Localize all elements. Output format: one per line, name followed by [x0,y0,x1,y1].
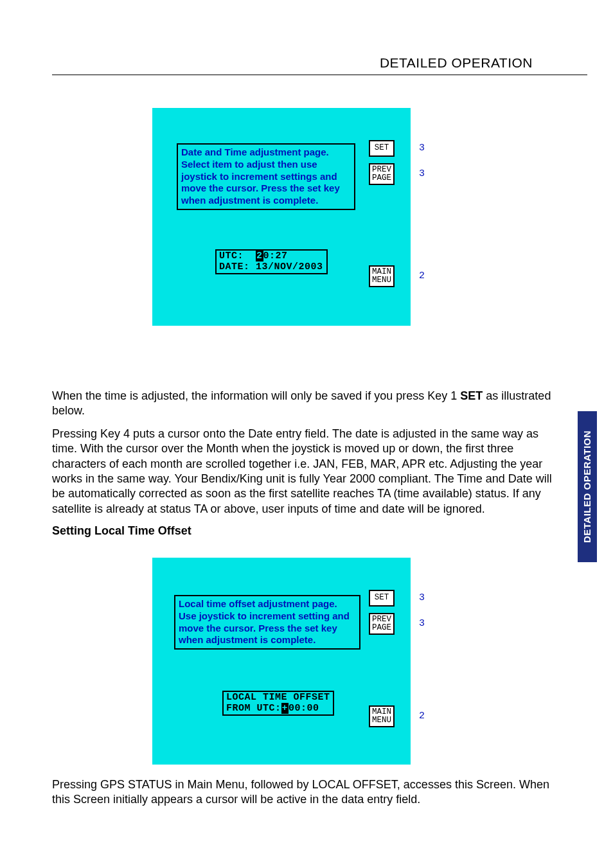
offset-line1: LOCAL TIME OFFSET [226,693,330,704]
keynum-prev-2: 3 [419,618,425,629]
body-content-2: Pressing GPS STATUS in Main Menu, follow… [52,777,552,815]
main-line2-2: MENU [370,716,393,725]
section-heading: Setting Local Time Offset [52,524,552,538]
set-label: SET [370,144,393,152]
instruction-text: Date and Time adjustment page. Select it… [177,143,355,210]
prev-page-softkey[interactable]: PREV PAGE [369,163,395,185]
keynum-set-2: 3 [419,592,425,603]
offset-cursor[interactable]: + [281,703,289,714]
prev-line2-2: PAGE [370,624,393,632]
page-header: DETAILED OPERATION [52,55,587,75]
paragraph-3: Pressing GPS STATUS in Main Menu, follow… [52,777,552,808]
keynum-prev: 3 [419,168,425,179]
cursor-digit[interactable]: 2 [256,251,263,261]
paragraph-1: When the time is adjusted, the informati… [52,389,552,419]
section-tab: DETAILED OPERATION [578,411,597,562]
main-line2: MENU [370,276,393,285]
prev-page-softkey-2[interactable]: PREV PAGE [369,613,395,635]
paragraph-2: Pressing Key 4 puts a cursor onto the Da… [52,427,552,517]
utc-date-field[interactable]: UTC: 20:27 DATE: 13/NOV/2003 [215,249,328,274]
section-tab-label: DETAILED OPERATION [582,430,593,543]
keynum-main: 2 [419,270,425,281]
header-title: DETAILED OPERATION [52,55,587,75]
body-content-1: When the time is adjusted, the informati… [52,389,552,545]
date-time-adjust-screen: Date and Time adjustment page. Select it… [152,108,411,326]
set-softkey-2[interactable]: SET [369,590,395,607]
set-label-2: SET [370,594,393,602]
date-label: DATE: [219,261,250,272]
keynum-set: 3 [419,143,425,154]
utc-rest: 0:27 [263,251,288,261]
prev-line2: PAGE [370,174,393,182]
set-softkey[interactable]: SET [369,140,395,157]
main-menu-softkey-2[interactable]: MAIN MENU [369,705,395,727]
local-time-offset-screen: Local time offset adjustment page. Use j… [152,558,411,765]
utc-label: UTC: [219,251,244,261]
date-value: 13/NOV/2003 [256,261,323,272]
offset-line2b: 00:00 [289,703,319,714]
keynum-main-2: 2 [419,711,425,722]
main-menu-softkey[interactable]: MAIN MENU [369,265,395,287]
local-offset-field[interactable]: LOCAL TIME OFFSET FROM UTC:+00:00 [222,691,334,716]
instruction-text-2: Local time offset adjustment page. Use j… [174,595,360,650]
offset-line2a: FROM UTC: [226,703,281,714]
